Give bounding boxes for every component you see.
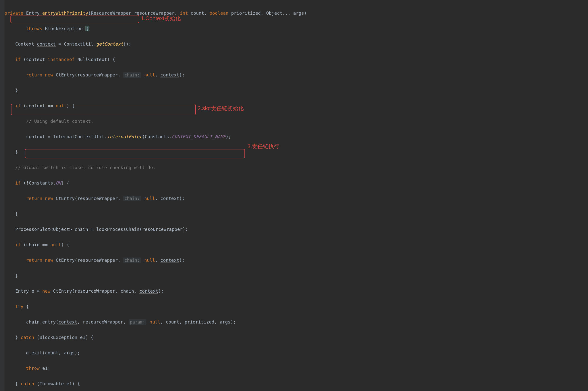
annotation-label-2: 2.slot责任链初始化: [198, 104, 244, 112]
code-line: return new CtEntry(resourceWrapper, chai…: [4, 256, 588, 264]
class: ContextUtil.: [64, 41, 96, 47]
arg: args: [64, 350, 75, 355]
arg: resourceWrapper: [75, 289, 115, 293]
type: ProcessorSlot: [15, 227, 50, 232]
var: context: [59, 319, 78, 324]
arg: resourceWrapper: [142, 227, 183, 232]
keyword-if: if: [15, 242, 21, 247]
var: e1: [80, 335, 85, 340]
arg: prioritized: [185, 319, 214, 324]
var: chain: [26, 319, 40, 324]
code-line: ProcessorSlot<Object> chain = lookProces…: [4, 225, 588, 233]
var: context: [26, 103, 45, 108]
var: e: [31, 289, 34, 293]
keyword-return: return: [26, 258, 42, 263]
type: CtEntry: [56, 72, 75, 78]
keyword-if: if: [15, 180, 21, 186]
annotation-label-1: 1.Context初始化: [141, 14, 181, 22]
inlay-hint: chain:: [123, 72, 141, 78]
annotation-label-3: 3.责任链执行: [248, 142, 279, 150]
param: prioritized: [231, 10, 261, 16]
code-line: if (context instanceof NullContext) {: [4, 56, 588, 63]
method-call: .entry(: [40, 319, 59, 324]
keyword-catch: catch: [21, 381, 34, 386]
param: count: [191, 10, 204, 16]
code-line: chain.entry(context, resourceWrapper, pa…: [4, 318, 588, 326]
type: Context: [15, 41, 34, 47]
arg: resourceWrapper: [78, 196, 118, 201]
method-name: entryWithPriority: [42, 10, 88, 16]
keyword-null: null: [144, 72, 155, 78]
keyword-instanceof: instanceof: [48, 57, 75, 62]
keyword-int: int: [180, 10, 188, 16]
code-line: Context context = ContextUtil.getContext…: [4, 40, 588, 48]
keyword-boolean: boolean: [210, 10, 229, 16]
arg: resourceWrapper: [78, 258, 118, 263]
var: context: [160, 196, 179, 201]
static-method: internalEnter: [107, 134, 142, 139]
code-line: return new CtEntry(resourceWrapper, chai…: [4, 195, 588, 202]
keyword-if: if: [15, 57, 21, 62]
code-line: }: [4, 87, 588, 94]
var: context: [26, 134, 45, 139]
inlay-hint: chain:: [123, 258, 141, 263]
var: e1: [67, 381, 72, 386]
comment: // Using default context.: [26, 118, 94, 124]
arg: args: [220, 319, 231, 324]
var: e: [26, 350, 29, 355]
keyword-throws: throws: [26, 26, 42, 31]
matched-brace: {: [85, 26, 89, 31]
code-line: try {: [4, 302, 588, 310]
const: CONTEXT_DEFAULT_NAME: [172, 134, 226, 139]
arg: resourceWrapper: [83, 319, 123, 324]
var: context: [139, 289, 158, 293]
var: context: [26, 57, 45, 62]
keyword-null: null: [50, 242, 61, 247]
code-line: } catch (Throwable e1) {: [4, 380, 588, 388]
type: BlockException: [40, 335, 78, 340]
type: CtEntry: [56, 258, 75, 263]
method-call: .exit(: [29, 350, 45, 355]
type-entry: Entry: [26, 10, 40, 16]
type: Entry: [15, 289, 29, 293]
comment: // Global switch is close, no rule check…: [15, 165, 156, 170]
code-line: // Global switch is close, no rule check…: [4, 164, 588, 171]
code-line: }: [4, 272, 588, 280]
static-method: getContext: [96, 41, 123, 47]
keyword-catch: catch: [21, 335, 34, 340]
keyword-try: try: [15, 304, 23, 309]
inlay-hint: chain:: [123, 196, 141, 201]
code-area[interactable]: private Entry entryWithPriority(Resource…: [4, 1, 588, 391]
keyword-new: new: [45, 258, 53, 263]
arg: chain: [120, 289, 134, 293]
code-line: }: [4, 210, 588, 218]
keyword-null: null: [150, 319, 160, 324]
type: Object: [266, 10, 282, 16]
code-line: if (context == null) {: [4, 102, 588, 109]
type: Throwable: [40, 381, 64, 386]
var: context: [160, 258, 179, 263]
type: NullContext: [78, 57, 107, 62]
var-context: context: [37, 41, 56, 47]
code-line: return new CtEntry(resourceWrapper, chai…: [4, 71, 588, 79]
arg: resourceWrapper: [78, 72, 118, 78]
keyword-new: new: [42, 289, 51, 293]
editor-gutter: [0, 0, 4, 391]
method-call: lookProcessChain: [96, 227, 139, 232]
var: chain: [75, 227, 88, 232]
type: ResourceWrapper: [91, 10, 131, 16]
keyword-null: null: [144, 196, 155, 201]
code-line: // Using default context.: [4, 117, 588, 125]
keyword-new: new: [45, 72, 53, 78]
var: context: [160, 72, 179, 78]
var: chain: [26, 242, 40, 247]
class: Constants: [29, 180, 53, 186]
code-line: } catch (BlockException e1) {: [4, 333, 588, 341]
arg: count: [166, 319, 179, 324]
code-line: private Entry entryWithPriority(Resource…: [4, 9, 588, 17]
keyword-null: null: [56, 103, 67, 108]
class: InternalContextUtil.: [53, 134, 107, 139]
param: args: [293, 10, 304, 16]
type: CtEntry: [53, 289, 72, 293]
arg: count: [45, 350, 59, 355]
